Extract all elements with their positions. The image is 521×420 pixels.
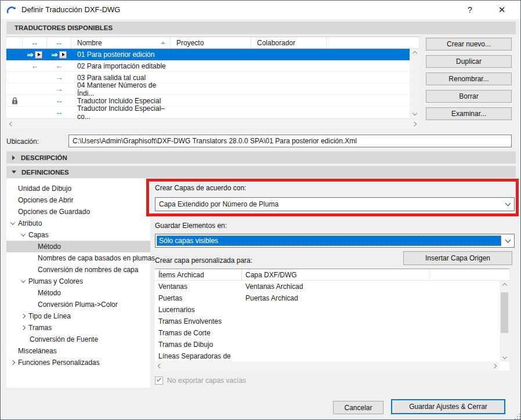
translator-proyecto bbox=[171, 95, 251, 106]
section-definitions[interactable]: DEFINICIONES bbox=[6, 166, 516, 178]
tree-item-conversion-pluma-color[interactable]: Conversión Pluma->Color bbox=[6, 299, 150, 310]
archicad-item-cell: Tramas de Corte bbox=[155, 327, 242, 339]
crear-nuevo-button[interactable]: Crear nuevo... bbox=[426, 38, 512, 50]
scroll-left-icon[interactable] bbox=[158, 364, 162, 368]
tree-item-unidad-de-dibujo[interactable]: Unidad de Dibujo bbox=[6, 183, 150, 194]
borrar-button[interactable]: Borrar bbox=[426, 90, 512, 103]
tree-item-capas[interactable]: Capas bbox=[6, 229, 150, 241]
list-row-lucernarios[interactable]: Lucernarios bbox=[155, 304, 500, 316]
play-button[interactable] bbox=[59, 51, 67, 59]
translator-proyecto bbox=[171, 72, 251, 83]
translator-row-02-para-importacion-editable[interactable]: ←←02 Para importación editable bbox=[6, 60, 419, 72]
list-vertical-scrollbar[interactable] bbox=[500, 281, 509, 361]
chevron-down-icon[interactable] bbox=[21, 278, 26, 283]
column-blue-sync[interactable]: ↔ bbox=[23, 37, 47, 48]
chevron-right-icon[interactable] bbox=[21, 325, 26, 330]
tree-item-metodo[interactable]: Método bbox=[6, 241, 150, 252]
checkbox-checked-disabled-icon[interactable] bbox=[155, 376, 163, 385]
tree-item-opciones-de-guardado[interactable]: Opciones de Guardado bbox=[6, 206, 150, 218]
save-elements-value: Sólo capas visibles bbox=[157, 236, 501, 246]
tree-item-tipo-de-linea[interactable]: Tipo de Línea bbox=[6, 310, 150, 322]
duplicar-button[interactable]: Duplicar bbox=[426, 55, 512, 68]
translator-colaborador bbox=[251, 95, 327, 106]
archicad-item-cell: Líneas Separadoras de Capas bbox=[155, 350, 242, 361]
section-description[interactable]: DESCRIPCIÓN bbox=[6, 151, 516, 164]
translator-row-03-para-salida-tal-cual[interactable]: →03 Para salida tal cual bbox=[6, 72, 419, 84]
examinar-button[interactable]: Examinar... bbox=[426, 107, 512, 120]
capa-dxf-dwg-header[interactable]: Capa DXF/DWG bbox=[242, 269, 430, 280]
chevron-down-icon[interactable] bbox=[501, 198, 514, 211]
dxf-layer-cell bbox=[242, 316, 500, 327]
tree-item-label: Método bbox=[38, 242, 61, 251]
column-lock[interactable] bbox=[6, 37, 23, 48]
list-row-lineas-separadoras-de-capas[interactable]: Líneas Separadoras de Capas bbox=[155, 350, 500, 361]
play-button[interactable] bbox=[35, 51, 42, 59]
lock-icon bbox=[6, 95, 23, 106]
green-direction-cell: ← bbox=[47, 60, 71, 71]
section-description-title: DESCRIPCIÓN bbox=[21, 154, 67, 161]
resize-grip[interactable] bbox=[515, 414, 516, 415]
translator-proyecto bbox=[171, 60, 251, 71]
create-layers-select[interactable]: Capa Extendido por Número de Pluma bbox=[155, 197, 515, 211]
list-row-tramas-de-corte[interactable]: Tramas de Corte bbox=[155, 327, 500, 339]
list-horizontal-scrollbar[interactable] bbox=[155, 361, 500, 371]
column-colaborador[interactable]: Colaborador bbox=[251, 37, 327, 48]
translator-row-04-mantener-numeros-de-indi[interactable]: →04 Mantener Números de Índi... bbox=[6, 84, 419, 95]
chevron-down-icon[interactable] bbox=[501, 234, 514, 247]
tree-item-plumas-y-colores[interactable]: Plumas y Colores bbox=[6, 276, 150, 287]
scroll-right-icon[interactable] bbox=[492, 364, 497, 368]
green-double-right-arrow-icon: ⇒ bbox=[52, 51, 58, 59]
close-icon[interactable]: ✕ bbox=[490, 1, 513, 19]
translator-table-vertical-scrollbar[interactable] bbox=[410, 49, 419, 118]
chevron-right-icon[interactable] bbox=[21, 314, 26, 318]
archicad-item-cell: Tramas Envolventes bbox=[155, 316, 242, 327]
list-row-tramas-envolventes[interactable]: Tramas Envolventes bbox=[155, 316, 500, 327]
chevron-down-icon[interactable] bbox=[10, 220, 15, 225]
renombrar-button[interactable]: Renombrar... bbox=[426, 73, 512, 85]
tree-item-conversion-de-nombres-de-capa[interactable]: Conversión de nombres de capa bbox=[6, 264, 150, 276]
green-both-arrow-icon: ↔ bbox=[56, 97, 63, 104]
lock-cell bbox=[6, 107, 23, 118]
scroll-left-icon[interactable] bbox=[9, 122, 14, 126]
items-archicad-header[interactable]: Ítems Archicad bbox=[155, 269, 242, 280]
list-row-puertas[interactable]: PuertasPuertas Archicad bbox=[155, 292, 500, 304]
column-green-sync[interactable]: ↔ bbox=[47, 37, 71, 48]
list-row-tramas-de-dibujo[interactable]: Tramas de Dibujo bbox=[155, 339, 500, 350]
tree-item-nombres-de-capa-basados-en-plumas[interactable]: Nombres de capa basados en plumas bbox=[6, 252, 150, 264]
tree-item-atributo[interactable]: Atributo bbox=[6, 218, 150, 229]
chevron-right-icon[interactable] bbox=[10, 360, 15, 365]
scroll-down-icon[interactable] bbox=[502, 354, 506, 359]
tree-item-tramas[interactable]: Tramas bbox=[6, 322, 150, 334]
save-settings-close-button[interactable]: Guardar Ajustes & Cerrar bbox=[391, 399, 505, 414]
no-export-empty-layers-checkbox: No exportar capas vacías bbox=[155, 376, 246, 385]
section-definitions-title: DEFINICIONES bbox=[21, 169, 69, 176]
archicad-item-cell: Lucernarios bbox=[155, 304, 242, 316]
save-elements-select[interactable]: Sólo capas visibles bbox=[155, 234, 515, 248]
translator-table-horizontal-scrollbar[interactable] bbox=[6, 120, 419, 129]
tree-item-funciones-personalizadas[interactable]: Funciones Personalizadas bbox=[6, 357, 150, 368]
tree-item-miscelaneas[interactable]: Misceláneas bbox=[6, 345, 150, 357]
scroll-right-icon[interactable] bbox=[412, 122, 417, 126]
tree-item-conversion-de-fuente[interactable]: Conversión de Fuente bbox=[6, 334, 150, 345]
green-right-arrow-icon: → bbox=[56, 85, 63, 93]
column-proyecto[interactable]: Proyecto bbox=[171, 37, 251, 48]
help-button[interactable]: ? bbox=[460, 1, 480, 19]
insert-origin-layer-button[interactable]: Insertar Capa Origen bbox=[403, 251, 512, 265]
cancel-button[interactable]: Cancelar bbox=[333, 401, 383, 414]
scrollbar-thumb[interactable] bbox=[501, 292, 508, 333]
tree-item-metodo[interactable]: Método bbox=[6, 287, 150, 299]
list-row-ventanas[interactable]: VentanasVentanas Archicad bbox=[155, 281, 500, 292]
translator-row-01-para-posterior-edicion[interactable]: ⇒⇒01 Para posterior edición bbox=[6, 49, 419, 60]
scroll-up-icon[interactable] bbox=[502, 283, 506, 288]
tree-item-opciones-de-abrir[interactable]: Opciones de Abrir bbox=[6, 194, 150, 206]
scroll-up-icon[interactable] bbox=[412, 51, 417, 56]
column-nombre[interactable]: Nombre bbox=[71, 37, 171, 48]
translator-colaborador bbox=[251, 49, 327, 60]
translator-name: 04 Mantener Números de Índi... bbox=[71, 84, 171, 95]
translator-row-traductor-incluido-especial-co[interactable]: ↔Traductor Incluido Especial–co... bbox=[6, 107, 419, 118]
scroll-down-icon[interactable] bbox=[412, 111, 417, 115]
chevron-down-icon[interactable] bbox=[21, 231, 26, 236]
translator-row-traductor-incluido-especial[interactable]: ↔Traductor Incluido Especial bbox=[6, 95, 419, 107]
row-filler bbox=[327, 107, 419, 118]
green-direction-cell: ↔ bbox=[47, 107, 71, 118]
